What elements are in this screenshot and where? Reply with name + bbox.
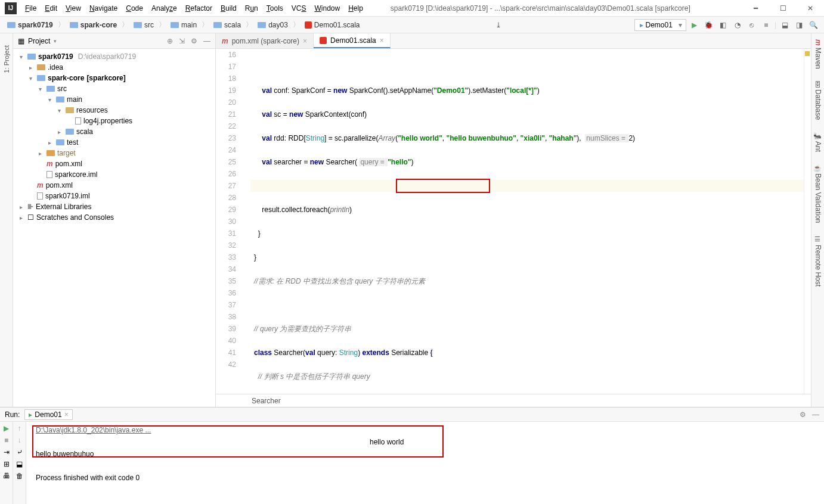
tree-iml-root[interactable]: spark0719.iml bbox=[13, 191, 215, 201]
hide-icon[interactable]: — bbox=[203, 37, 210, 45]
tree-scala[interactable]: ▸scala bbox=[13, 126, 215, 137]
menu-edit[interactable]: Edit bbox=[41, 2, 61, 15]
scope-icon[interactable]: ⊕ bbox=[167, 37, 173, 45]
rerun-icon[interactable]: ▶ bbox=[4, 424, 9, 433]
editor-breadcrumb[interactable]: Searcher bbox=[216, 394, 811, 407]
editor-tab-bar: mpom.xml (spark-core)× Demo01.scala× bbox=[216, 33, 811, 49]
menu-build[interactable]: Build bbox=[217, 2, 240, 15]
tree-idea[interactable]: ▸.idea bbox=[13, 62, 215, 73]
tab-demo[interactable]: Demo01.scala× bbox=[314, 33, 391, 48]
crumb-3[interactable]: main bbox=[168, 20, 199, 30]
crumb-4[interactable]: scala bbox=[211, 20, 243, 30]
menu-refactor[interactable]: Refactor bbox=[182, 2, 216, 15]
title-bar: IJ File Edit View Navigate Code Analyze … bbox=[0, 0, 824, 17]
stop-button[interactable]: ■ bbox=[760, 19, 772, 31]
layout-icon[interactable]: ⊞ bbox=[4, 460, 10, 468]
menu-code[interactable]: Code bbox=[122, 2, 147, 15]
code-editor[interactable]: 1617181920212223242526272829303132333435… bbox=[216, 49, 811, 394]
run-action-rail: ▶ ■ ⇥ ⊞ 🖶 bbox=[0, 422, 13, 504]
profile-icon[interactable]: ◔ bbox=[732, 19, 744, 31]
exit-icon[interactable]: ⇥ bbox=[4, 448, 10, 456]
menu-run[interactable]: Run bbox=[241, 2, 262, 15]
gear-icon[interactable]: ⚙ bbox=[191, 37, 197, 45]
menu-window[interactable]: Window bbox=[311, 2, 343, 15]
tree-pom-root[interactable]: mpom.xml bbox=[13, 180, 215, 191]
attach-icon[interactable]: ⎋ bbox=[746, 19, 758, 31]
softwrap-icon[interactable]: ⤶ bbox=[17, 448, 23, 456]
menu-tools[interactable]: Tools bbox=[263, 2, 287, 15]
menu-bar: File Edit View Navigate Code Analyze Ref… bbox=[21, 2, 367, 15]
debug-button[interactable]: 🐞 bbox=[703, 19, 715, 31]
rail-bean[interactable]: ☕ Bean Validation bbox=[814, 164, 822, 223]
crumb-2[interactable]: src bbox=[131, 20, 156, 30]
tree-src[interactable]: ▾src bbox=[13, 83, 215, 94]
tree-log4j[interactable]: log4j.properties bbox=[13, 116, 215, 126]
tree-pom-core[interactable]: mpom.xml bbox=[13, 158, 215, 169]
window-title: spark0719 [D:\idea\spark0719] - ...\spar… bbox=[391, 4, 742, 13]
marker-stripe[interactable] bbox=[804, 49, 811, 394]
scroll-icon[interactable]: ⬓ bbox=[16, 460, 23, 468]
tab-pom[interactable]: mpom.xml (spark-core)× bbox=[216, 33, 314, 48]
project-header[interactable]: ▦Project▾ ⊕ ⇲ ⚙ — bbox=[13, 33, 215, 49]
run-label: Run: bbox=[5, 410, 20, 419]
rail-project[interactable]: 1: Project bbox=[3, 45, 10, 73]
project-pane: ▦Project▾ ⊕ ⇲ ⚙ — ▾spark0719D:\idea\spar… bbox=[13, 33, 216, 407]
project-tree[interactable]: ▾spark0719D:\idea\spark0719 ▸.idea ▾spar… bbox=[13, 49, 215, 407]
menu-help[interactable]: Help bbox=[345, 2, 367, 15]
menu-navigate[interactable]: Navigate bbox=[86, 2, 121, 15]
tree-test[interactable]: ▸test bbox=[13, 137, 215, 148]
pin-icon[interactable]: 🖶 bbox=[3, 472, 10, 480]
build-icon[interactable]: ⤓ bbox=[492, 19, 504, 31]
run-console[interactable]: D:\Java\jdk1.8.0_202\bin\java.exe ... he… bbox=[26, 422, 824, 504]
close-icon[interactable]: × bbox=[303, 37, 307, 45]
menu-analyze[interactable]: Analyze bbox=[148, 2, 181, 15]
menu-view[interactable]: View bbox=[62, 2, 85, 15]
crumb-root[interactable]: spark0719 bbox=[5, 20, 55, 30]
trash-icon[interactable]: 🗑 bbox=[16, 472, 23, 480]
rail-database[interactable]: 🗄 Database bbox=[814, 81, 822, 120]
menu-vcs[interactable]: VCS bbox=[288, 2, 310, 15]
tree-scratches[interactable]: ▸☐Scratches and Consoles bbox=[13, 212, 215, 223]
tree-iml-core[interactable]: sparkcore.iml bbox=[13, 169, 215, 180]
stop-icon[interactable]: ■ bbox=[4, 436, 8, 444]
tree-resources[interactable]: ▾resources bbox=[13, 105, 215, 116]
close-button[interactable]: ✕ bbox=[797, 0, 824, 17]
crumb-file[interactable]: Demo01.scala bbox=[302, 20, 363, 30]
git-update-icon[interactable]: ⬓ bbox=[779, 19, 791, 31]
tree-module[interactable]: ▾spark-core [sparkcore] bbox=[13, 73, 215, 83]
right-tool-rail: m Maven 🗄 Database 🐜 Ant ☕ Bean Validati… bbox=[811, 33, 824, 407]
left-tool-rail: 1: Project bbox=[0, 33, 13, 407]
coverage-icon[interactable]: ◧ bbox=[717, 19, 729, 31]
editor-area: mpom.xml (spark-core)× Demo01.scala× 161… bbox=[216, 33, 811, 407]
run-button[interactable]: ▶ bbox=[689, 19, 701, 31]
tree-target[interactable]: ▸target bbox=[13, 148, 215, 158]
tree-ext[interactable]: ▸⊪External Libraries bbox=[13, 201, 215, 212]
run-tool-window: Run: ▸Demo01 × ⚙— ▶ ■ ⇥ ⊞ 🖶 ↑ ↓ ⤶ ⬓ 🗑 D:… bbox=[0, 407, 824, 504]
minimize-button[interactable]: ━ bbox=[742, 0, 769, 17]
nav-toolbar: spark0719〉 spark-core〉 src〉 main〉 scala〉… bbox=[0, 17, 824, 33]
run-config-selector[interactable]: ▸ Demo01▾ bbox=[634, 19, 686, 31]
down-icon[interactable]: ↓ bbox=[18, 436, 21, 444]
maximize-button[interactable]: ☐ bbox=[769, 0, 797, 17]
collapse-icon[interactable]: ⇲ bbox=[179, 37, 185, 45]
run-nav-rail: ↑ ↓ ⤶ ⬓ 🗑 bbox=[13, 422, 26, 504]
crumb-1[interactable]: spark-core bbox=[67, 20, 119, 30]
crumb-5[interactable]: day03 bbox=[255, 20, 290, 30]
tree-root[interactable]: ▾spark0719D:\idea\spark0719 bbox=[13, 51, 215, 62]
tree-main[interactable]: ▾main bbox=[13, 94, 215, 105]
line-gutter[interactable]: 1617181920212223242526272829303132333435… bbox=[216, 49, 242, 394]
search-everywhere-icon[interactable]: 🔍 bbox=[807, 19, 819, 31]
menu-file[interactable]: File bbox=[21, 2, 40, 15]
rail-maven[interactable]: m Maven bbox=[814, 39, 822, 69]
git-commit-icon[interactable]: ◨ bbox=[793, 19, 805, 31]
run-gear-icon[interactable]: ⚙ bbox=[800, 410, 806, 419]
run-hide-icon[interactable]: — bbox=[812, 410, 819, 419]
console-highlight-box bbox=[32, 425, 444, 458]
rail-remote[interactable]: ☰ Remote Host bbox=[814, 235, 822, 287]
app-icon: IJ bbox=[5, 2, 17, 14]
up-icon[interactable]: ↑ bbox=[18, 424, 21, 433]
rail-ant[interactable]: 🐜 Ant bbox=[814, 132, 822, 152]
close-icon[interactable]: × bbox=[380, 36, 384, 45]
run-tab[interactable]: ▸Demo01 × bbox=[24, 409, 72, 420]
